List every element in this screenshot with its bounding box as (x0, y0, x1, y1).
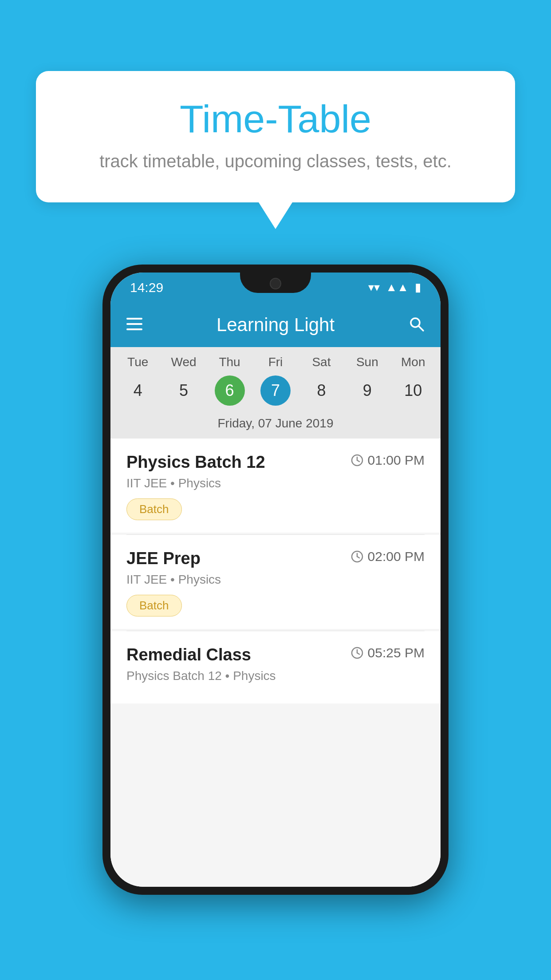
schedule-time-2: 02:00 PM (351, 549, 425, 564)
status-time: 14:29 (130, 280, 163, 295)
bubble-card: Time-Table track timetable, upcoming cla… (36, 71, 515, 202)
svg-line-4 (418, 326, 423, 331)
day-numbers: 4 5 6 7 8 9 10 (110, 372, 441, 413)
day-num-4[interactable]: 4 (115, 375, 161, 407)
day-num-6-today[interactable]: 6 (215, 375, 245, 406)
day-label-fri: Fri (252, 355, 298, 369)
day-label-sun: Sun (344, 355, 390, 369)
svg-rect-1 (126, 323, 142, 325)
schedule-card-2[interactable]: JEE Prep 02:00 PM IIT JEE • Physics Batc… (110, 535, 441, 629)
battery-icon: ▮ (415, 281, 421, 294)
day-label-mon: Mon (390, 355, 436, 369)
day-num-10[interactable]: 10 (390, 375, 436, 407)
schedule-time-3: 05:25 PM (351, 645, 425, 660)
svg-line-10 (357, 557, 359, 558)
bubble-title: Time-Table (71, 98, 480, 141)
schedule-sub-2: IIT JEE • Physics (126, 573, 425, 587)
phone-mockup: 14:29 ▾▾ ▲▲ ▮ Learning Light (102, 265, 449, 895)
badge-1: Batch (126, 498, 182, 520)
svg-line-13 (357, 653, 359, 654)
wifi-icon: ▾▾ (368, 281, 380, 294)
status-icons: ▾▾ ▲▲ ▮ (368, 281, 421, 294)
schedule-card-1[interactable]: Physics Batch 12 01:00 PM IIT JEE • Phys… (110, 439, 441, 533)
day-labels: Tue Wed Thu Fri Sat Sun Mon (110, 347, 441, 372)
app-bar: Learning Light (110, 303, 441, 347)
app-bar-title: Learning Light (142, 314, 409, 336)
badge-2: Batch (126, 595, 182, 616)
schedule-card-3[interactable]: Remedial Class 05:25 PM Physics Batch 12… (110, 631, 441, 703)
schedule-name-3: Remedial Class (126, 645, 251, 664)
schedule-name-1: Physics Batch 12 (126, 453, 265, 472)
day-label-tue: Tue (115, 355, 161, 369)
day-num-8[interactable]: 8 (299, 375, 344, 407)
schedule-time-1: 01:00 PM (351, 453, 425, 468)
svg-rect-2 (126, 328, 142, 330)
schedule-card-2-header: JEE Prep 02:00 PM (126, 549, 425, 568)
phone-wrap: 14:29 ▾▾ ▲▲ ▮ Learning Light (102, 265, 449, 895)
day-label-thu: Thu (207, 355, 252, 369)
schedule-card-3-header: Remedial Class 05:25 PM (126, 645, 425, 664)
phone-screen: 14:29 ▾▾ ▲▲ ▮ Learning Light (110, 273, 441, 887)
hamburger-icon[interactable] (126, 318, 142, 332)
day-num-5[interactable]: 5 (161, 375, 206, 407)
status-bar: 14:29 ▾▾ ▲▲ ▮ (110, 273, 441, 303)
day-label-sat: Sat (299, 355, 344, 369)
day-num-7-selected[interactable]: 7 (260, 375, 291, 406)
selected-date-label: Friday, 07 June 2019 (110, 413, 441, 439)
search-icon[interactable] (409, 316, 425, 334)
day-label-wed: Wed (161, 355, 206, 369)
calendar-strip: Tue Wed Thu Fri Sat Sun Mon 4 5 6 7 8 9 … (110, 347, 441, 439)
bubble-tail (259, 202, 292, 229)
bubble-wrap: Time-Table track timetable, upcoming cla… (36, 71, 515, 229)
schedule-card-1-header: Physics Batch 12 01:00 PM (126, 453, 425, 472)
svg-line-7 (357, 460, 359, 462)
schedule-name-2: JEE Prep (126, 549, 201, 568)
signal-icon: ▲▲ (386, 281, 409, 294)
day-num-9[interactable]: 9 (344, 375, 390, 407)
schedule-sub-3: Physics Batch 12 • Physics (126, 669, 425, 683)
bubble-subtitle: track timetable, upcoming classes, tests… (71, 151, 480, 171)
svg-rect-0 (126, 318, 142, 320)
schedule-sub-1: IIT JEE • Physics (126, 476, 425, 490)
schedule-list: Physics Batch 12 01:00 PM IIT JEE • Phys… (110, 439, 441, 887)
